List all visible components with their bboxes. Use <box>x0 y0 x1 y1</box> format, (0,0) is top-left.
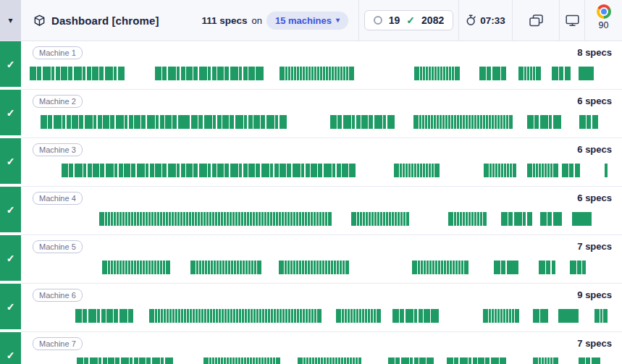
spec-bar[interactable] <box>484 164 516 177</box>
spec-bar[interactable] <box>448 212 487 226</box>
spec-bar[interactable] <box>394 164 440 177</box>
spec-bar[interactable] <box>41 115 190 129</box>
spec-bar[interactable] <box>279 261 349 274</box>
machine-badge[interactable]: Machine 1 <box>33 46 83 59</box>
machine-timeline: Machine 2 6 specs <box>21 90 622 138</box>
monitor-button[interactable] <box>559 0 584 41</box>
machine-badge[interactable]: Machine 2 <box>33 95 83 108</box>
spec-bar[interactable] <box>518 67 541 80</box>
spec-bar[interactable] <box>579 67 594 80</box>
spec-bar[interactable] <box>190 261 261 274</box>
spec-bar[interactable] <box>594 309 608 323</box>
spec-bar[interactable] <box>447 357 506 364</box>
machine-passed-block: ✓ <box>0 41 21 87</box>
machine-passed-block: ✓ <box>0 138 21 184</box>
spec-bar[interactable] <box>501 212 532 226</box>
check-icon: ✓ <box>7 156 15 166</box>
spec-bar[interactable] <box>62 164 356 177</box>
spec-bar[interactable] <box>330 115 395 129</box>
collapse-panel-button[interactable]: ▾ <box>0 0 21 41</box>
machine-timeline: Machine 1 8 specs <box>21 41 622 90</box>
machine-row: ✓ Machine 5 7 specs <box>0 235 622 284</box>
spec-bar[interactable] <box>579 357 600 364</box>
pending-icon <box>374 16 382 25</box>
spec-bar[interactable] <box>336 309 381 323</box>
spec-bar[interactable] <box>527 115 561 129</box>
machine-status-column: ✓ <box>0 90 21 138</box>
spec-bar[interactable] <box>558 309 579 323</box>
machine-badge[interactable]: Machine 5 <box>33 240 83 253</box>
spec-bar[interactable] <box>572 212 592 226</box>
spec-bar[interactable] <box>605 164 608 177</box>
spec-count-label: 8 specs <box>577 47 612 58</box>
machines-dropdown[interactable]: 15 machines ▾ <box>266 12 348 30</box>
spec-bar[interactable] <box>494 261 518 274</box>
check-icon: ✓ <box>7 108 15 118</box>
spec-bar[interactable] <box>392 309 439 323</box>
monitor-icon <box>566 14 579 27</box>
check-icon: ✓ <box>7 350 15 360</box>
spec-count-label: 6 specs <box>577 192 612 203</box>
spec-bar[interactable] <box>280 67 354 80</box>
machine-timeline: Machine 5 7 specs <box>21 235 622 284</box>
spec-bar[interactable] <box>479 67 506 80</box>
machine-timeline: Machine 7 7 specs <box>21 332 622 364</box>
spec-count-label: 9 specs <box>577 289 612 300</box>
spec-bar[interactable] <box>388 357 434 364</box>
spec-bar[interactable] <box>552 67 571 80</box>
spec-bar[interactable] <box>102 261 170 274</box>
machine-passed-block: ✓ <box>0 332 21 364</box>
machine-passed-block: ✓ <box>0 235 21 281</box>
spec-bar[interactable] <box>527 164 558 177</box>
spec-bar[interactable] <box>149 309 321 323</box>
spec-bar[interactable] <box>155 67 264 80</box>
spec-bar[interactable] <box>203 357 280 364</box>
spec-bar[interactable] <box>298 357 361 364</box>
test-counts-section: 19 ✓ 2082 <box>358 0 458 41</box>
spec-bar[interactable] <box>570 261 586 274</box>
spec-bar[interactable] <box>30 67 125 80</box>
spec-bar[interactable] <box>77 357 173 364</box>
machine-rows: ✓ Machine 1 8 specs ✓ Machine 2 6 specs … <box>0 41 622 364</box>
machine-status-column: ✓ <box>0 187 21 235</box>
spec-bar[interactable] <box>533 309 548 323</box>
spec-bar[interactable] <box>539 261 555 274</box>
spec-bar[interactable] <box>579 115 598 129</box>
package-icon <box>33 14 46 27</box>
spec-bar[interactable] <box>75 309 133 323</box>
machine-badge[interactable]: Machine 6 <box>33 289 83 302</box>
test-counts-pill[interactable]: 19 ✓ 2082 <box>364 10 453 30</box>
spec-bar[interactable] <box>533 357 558 364</box>
spec-bar[interactable] <box>540 212 562 226</box>
stopwatch-icon <box>466 14 476 26</box>
machine-status-column: ✓ <box>0 284 21 332</box>
machine-passed-block: ✓ <box>0 284 21 329</box>
collapse-arrow-icon: ▾ <box>8 15 12 25</box>
machine-passed-block: ✓ <box>0 187 21 232</box>
frames-icon <box>529 14 544 27</box>
check-icon: ✓ <box>7 253 15 263</box>
screenshots-button[interactable] <box>512 0 559 41</box>
machine-badge[interactable]: Machine 7 <box>33 337 83 350</box>
machine-badge[interactable]: Machine 4 <box>33 192 83 205</box>
spec-bar[interactable] <box>412 261 468 274</box>
spec-bar[interactable] <box>99 212 332 226</box>
machine-row: ✓ Machine 2 6 specs <box>0 90 622 138</box>
machine-badge[interactable]: Machine 3 <box>33 143 83 156</box>
machine-row: ✓ Machine 7 7 specs <box>0 332 622 364</box>
page-title: Dashboard [chrome] <box>51 14 159 27</box>
spec-bar[interactable] <box>562 164 580 177</box>
specs-count: 111 specs <box>201 15 247 26</box>
machine-timeline: Machine 4 6 specs <box>21 187 622 235</box>
machine-status-column: ✓ <box>0 332 21 364</box>
duration-value: 07:33 <box>480 15 505 26</box>
machine-status-column: ✓ <box>0 235 21 284</box>
spec-bar[interactable] <box>483 309 519 323</box>
spec-bar[interactable] <box>414 67 460 80</box>
spec-count-label: 7 specs <box>577 338 612 349</box>
spec-bar[interactable] <box>413 115 513 129</box>
header: ▾ Dashboard [chrome] 111 specs on 15 mac… <box>0 0 622 41</box>
spec-bar[interactable] <box>191 115 287 129</box>
machine-timeline: Machine 3 6 specs <box>21 138 622 187</box>
spec-bar[interactable] <box>351 212 409 226</box>
